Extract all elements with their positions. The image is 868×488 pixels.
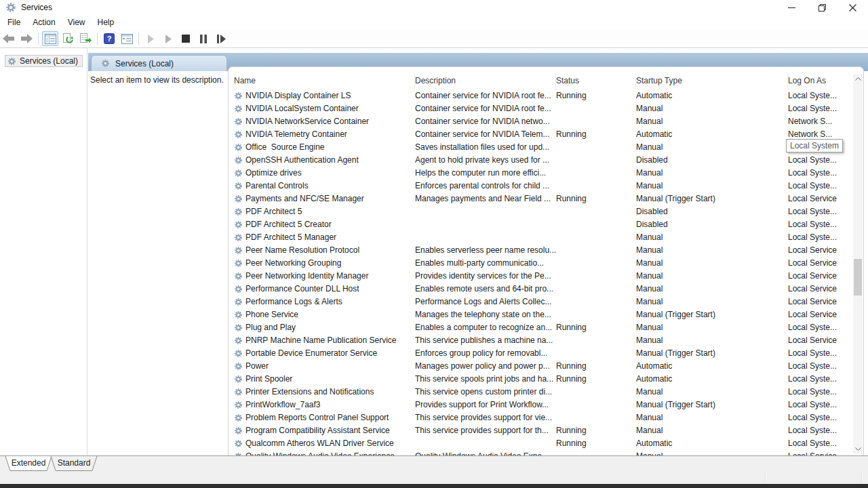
resume-service-button[interactable]: [160, 31, 176, 46]
table-row[interactable]: Qualcomm Atheros WLAN Driver Service Run…: [229, 437, 863, 450]
service-startup-type-cell: Manual: [636, 270, 788, 283]
toolbar: ?: [0, 30, 868, 48]
table-row[interactable]: NVIDIA LocalSystem Container Container s…: [229, 102, 863, 115]
column-header-description[interactable]: Description: [415, 73, 556, 89]
tab-extended[interactable]: Extended: [5, 456, 52, 471]
menu-action[interactable]: Action: [26, 16, 61, 29]
service-description-cell: Container service for NVIDIA netwo...: [415, 115, 556, 128]
console-tab-label: Services (Local): [115, 59, 174, 68]
table-row[interactable]: PDF Architect 5 Manager Manual Local Sys…: [229, 231, 863, 244]
column-header-startup-type[interactable]: Startup Type: [636, 73, 788, 89]
table-row[interactable]: PNRP Machine Name Publication Service Th…: [229, 334, 863, 347]
start-service-button[interactable]: [142, 31, 159, 46]
service-gear-icon: [234, 195, 243, 203]
table-row[interactable]: Problem Reports Control Panel Support Th…: [229, 411, 863, 424]
view-tab-bar: Extended Standard: [0, 455, 868, 471]
service-gear-icon: [234, 130, 243, 139]
service-name-cell: Printer Extensions and Notifications: [229, 386, 415, 399]
column-header-status[interactable]: Status: [556, 73, 636, 89]
service-logon-cell: Local Service: [788, 257, 863, 270]
menu-file[interactable]: File: [1, 16, 26, 29]
service-description-cell: Enables multi-party communicatio...: [415, 257, 556, 270]
service-description-cell: Quality Windows Audio Video Expe...: [415, 450, 556, 455]
table-row[interactable]: PrintWorkflow_7aaf3 Provides support for…: [229, 399, 863, 411]
table-row[interactable]: Peer Networking Grouping Enables multi-p…: [229, 257, 863, 270]
service-description-cell: Helps the computer run more effici...: [415, 167, 556, 180]
scroll-down-button[interactable]: [853, 444, 863, 454]
table-row[interactable]: Power Manages power policy and power p..…: [229, 360, 863, 373]
logon-tooltip: Local System: [786, 139, 843, 152]
back-arrow-icon: [3, 34, 15, 43]
table-row[interactable]: Program Compatibility Assistant Service …: [229, 424, 863, 437]
table-row[interactable]: PDF Architect 5 Disabled Local Syste...: [229, 205, 863, 218]
service-startup-type-cell: Manual: [636, 102, 788, 115]
main-pane: Services (Local) Select an item to view …: [88, 48, 868, 455]
service-name-cell: Program Compatibility Assistant Service: [229, 424, 415, 437]
export-list-button[interactable]: [77, 31, 94, 46]
service-startup-type-cell: Disabled: [636, 154, 788, 167]
close-button[interactable]: [837, 0, 868, 15]
scrollbar-thumb[interactable]: [854, 259, 862, 296]
table-row[interactable]: Plug and Play Enables a computer to reco…: [229, 321, 863, 334]
restore-button[interactable]: [807, 0, 837, 15]
console-root-tab[interactable]: Services (Local): [91, 55, 227, 71]
table-row[interactable]: Office Source Engine Saves installation …: [229, 141, 863, 154]
table-row[interactable]: Payments and NFC/SE Manager Manages paym…: [229, 192, 863, 205]
close-icon: [849, 4, 856, 12]
table-row[interactable]: OpenSSH Authentication Agent Agent to ho…: [229, 154, 863, 167]
vertical-scrollbar[interactable]: [853, 74, 863, 454]
column-header-log-on-as[interactable]: Log On As: [788, 73, 863, 89]
tab-standard[interactable]: Standard: [50, 456, 98, 471]
show-console-tree-button[interactable]: [42, 31, 58, 46]
menu-help[interactable]: Help: [92, 16, 121, 29]
table-row[interactable]: Peer Name Resolution Protocol Enables se…: [229, 244, 863, 257]
service-gear-icon: [234, 388, 243, 396]
toolbar-separator: [138, 33, 139, 45]
service-description-cell: This service spools print jobs and ha...: [415, 373, 556, 386]
service-gear-icon: [234, 272, 243, 281]
restart-service-button[interactable]: [213, 31, 229, 46]
service-startup-type-cell: Manual (Trigger Start): [636, 192, 788, 205]
service-name-cell: PNRP Machine Name Publication Service: [229, 334, 415, 347]
show-action-pane-button[interactable]: [119, 31, 135, 46]
table-row[interactable]: Print Spooler This service spools print …: [229, 373, 863, 386]
help-button[interactable]: ?: [101, 31, 117, 46]
forward-button[interactable]: [18, 31, 35, 46]
service-gear-icon: [234, 246, 243, 255]
table-row[interactable]: NVIDIA NetworkService Container Containe…: [229, 115, 863, 128]
back-button[interactable]: [1, 31, 17, 46]
service-logon-cell: Local Syste...: [788, 167, 863, 180]
table-row[interactable]: Peer Networking Identity Manager Provide…: [229, 270, 863, 283]
play-icon: [147, 35, 155, 43]
table-row[interactable]: Quality Windows Audio Video Experience Q…: [229, 450, 863, 455]
service-startup-type-cell: Manual: [636, 115, 788, 128]
scroll-up-button[interactable]: [853, 74, 863, 84]
taskbar-edge: [0, 484, 868, 488]
service-logon-cell: Local Syste...: [788, 321, 863, 334]
table-row[interactable]: Performance Logs & Alerts Performance Lo…: [229, 296, 863, 308]
refresh-button[interactable]: [60, 31, 76, 46]
table-row[interactable]: NVIDIA Telemetry Container Container ser…: [229, 128, 863, 141]
minimize-button[interactable]: [776, 0, 807, 15]
service-gear-icon: [234, 349, 243, 358]
table-row[interactable]: Portable Device Enumerator Service Enfor…: [229, 347, 863, 360]
table-row[interactable]: NVIDIA Display Container LS Container se…: [229, 89, 863, 102]
service-name-cell: Quality Windows Audio Video Experience: [229, 450, 415, 455]
stop-service-button[interactable]: [178, 31, 194, 46]
table-row[interactable]: Parental Controls Enforces parental cont…: [229, 180, 863, 192]
table-row[interactable]: Phone Service Manages the telephony stat…: [229, 308, 863, 321]
play-icon: [165, 35, 172, 43]
console-tree-icon: [45, 34, 56, 44]
service-logon-cell: Local Syste...: [788, 205, 863, 218]
table-row[interactable]: Printer Extensions and Notifications Thi…: [229, 386, 863, 399]
table-row[interactable]: PDF Architect 5 Creator Disabled Local S…: [229, 218, 863, 231]
restore-icon: [818, 4, 826, 12]
column-header-name[interactable]: Name: [229, 73, 415, 89]
table-row[interactable]: Optimize drives Helps the computer run m…: [229, 167, 863, 180]
service-name-cell: Power: [229, 360, 415, 373]
menu-view[interactable]: View: [62, 16, 92, 29]
service-status-cell: Running: [556, 128, 636, 141]
pause-service-button[interactable]: [195, 31, 212, 46]
table-row[interactable]: Performance Counter DLL Host Enables rem…: [229, 283, 863, 296]
sidebar-item-services-local[interactable]: Services (Local): [5, 55, 83, 67]
